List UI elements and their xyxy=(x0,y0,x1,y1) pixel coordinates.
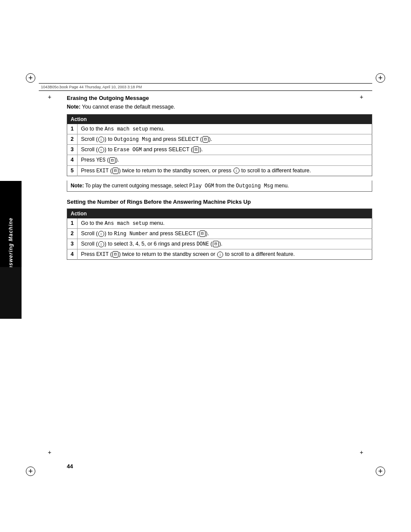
reg-mark-tr xyxy=(376,73,385,83)
header-bar: 1043B05o.book Page 44 Thursday, April 10… xyxy=(39,83,372,91)
section2-title: Setting the Number of Rings Before the A… xyxy=(67,199,372,205)
note-text: You cannot erase the default message. xyxy=(82,104,175,110)
step-num: 2 xyxy=(67,134,78,145)
table-row: 3 Scroll () to select 3, 4, 5, or 6 ring… xyxy=(67,239,372,249)
reg-mark-br xyxy=(376,467,385,476)
reg-mark-tl xyxy=(26,73,35,83)
table-row: 1 Go to the Ans mach setup menu. xyxy=(67,124,372,134)
cross-tl xyxy=(47,94,53,100)
table-row: 2 Scroll () to Ring Number and press SEL… xyxy=(67,228,372,239)
step-text: Scroll () to select 3, 4, 5, or 6 rings … xyxy=(77,239,372,249)
step-text: Press EXIT (⊟) twice to return to the st… xyxy=(77,165,372,176)
table-row: 4 Press YES (⊟). xyxy=(67,155,372,165)
note-bold: Note: xyxy=(67,104,81,110)
step-text: Go to the Ans mach setup menu. xyxy=(77,124,372,134)
action-table-2: Action 1 Go to the Ans mach setup menu. … xyxy=(67,208,372,260)
section2-title-text: Setting the Number of Rings Before the A… xyxy=(67,199,251,205)
step-text: Scroll () to Erase OGM and press SELECT … xyxy=(77,145,372,155)
table-row: 1 Go to the Ans mach setup menu. xyxy=(67,218,372,229)
cross-bl xyxy=(47,449,53,455)
table-row: 2 Scroll () to Outgoing Msg and press SE… xyxy=(67,134,372,145)
step-text: Go to the Ans mach setup menu. xyxy=(77,218,372,229)
section1-title: Erasing the Outgoing Message xyxy=(67,95,372,101)
reg-mark-bl xyxy=(26,467,35,476)
step-num: 1 xyxy=(67,218,78,229)
page-number: 44 xyxy=(67,463,73,470)
step-text: Scroll () to Outgoing Msg and press SELE… xyxy=(77,134,372,145)
page-container: 1043B05o.book Page 44 Thursday, April 10… xyxy=(0,0,411,532)
header-text: 1043B05o.book Page 44 Thursday, April 10… xyxy=(41,85,142,89)
black-tab xyxy=(0,267,22,319)
step-num: 1 xyxy=(67,124,78,134)
step-num: 3 xyxy=(67,145,78,155)
table1-header: Action xyxy=(67,115,372,124)
table-row: 5 Press EXIT (⊟) twice to return to the … xyxy=(67,165,372,176)
step-text: Press EXIT (⊟) twice to return to the st… xyxy=(77,249,372,260)
step-num: 4 xyxy=(67,155,78,165)
step-num: 2 xyxy=(67,228,78,239)
step-num: 3 xyxy=(67,239,78,249)
step-num: 4 xyxy=(67,249,78,260)
section1-bottom-note: Note: To play the current outgoing messa… xyxy=(67,180,372,192)
table-row: 3 Scroll () to Erase OGM and press SELEC… xyxy=(67,145,372,155)
note2-text: To play the current outgoing message, se… xyxy=(85,183,289,189)
note2-bold: Note: xyxy=(71,183,84,189)
step-text: Scroll () to Ring Number and press SELEC… xyxy=(77,228,372,239)
step-text: Press YES (⊟). xyxy=(77,155,372,165)
main-content: Erasing the Outgoing Message Note: You c… xyxy=(67,95,372,463)
table-row: 4 Press EXIT (⊟) twice to return to the … xyxy=(67,249,372,260)
sidebar-text: Answering Machine xyxy=(8,218,14,274)
action-table-1: Action 1 Go to the Ans mach setup menu. … xyxy=(67,114,372,176)
step-num: 5 xyxy=(67,165,78,176)
section1-note: Note: You cannot erase the default messa… xyxy=(67,104,372,110)
table2-header: Action xyxy=(67,208,372,218)
